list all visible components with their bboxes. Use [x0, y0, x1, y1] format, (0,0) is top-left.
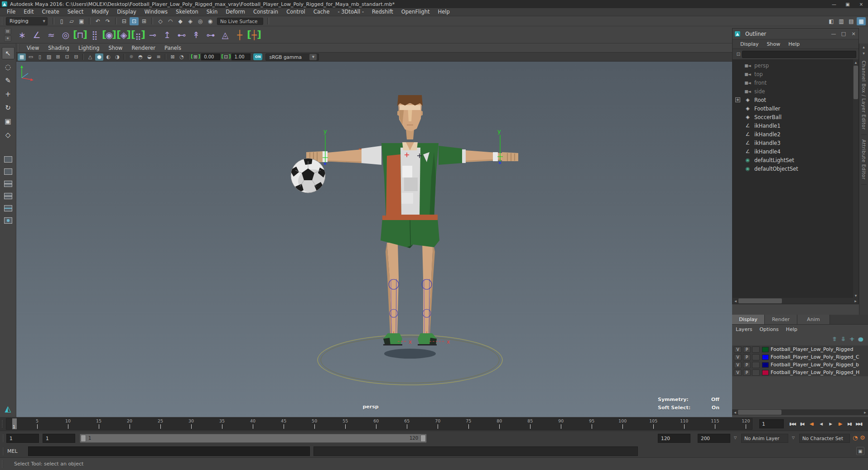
layer-editor-scrollbar[interactable]: ◀ ▶ — [732, 409, 868, 415]
undo-icon[interactable]: ↶ — [93, 17, 102, 25]
animation-end-field[interactable]: 200 — [698, 434, 730, 443]
panel-menu-grip[interactable] — [17, 44, 21, 52]
scroll-down-icon[interactable]: ▼ — [853, 293, 858, 298]
skeleton-options-icon[interactable]: ⣿ — [88, 28, 101, 42]
use-default-material-icon[interactable]: ◑ — [113, 53, 121, 61]
select-by-component-icon[interactable]: ⊞ — [140, 17, 149, 25]
range-end-handle[interactable] — [420, 435, 426, 442]
redo-icon[interactable]: ↷ — [103, 17, 112, 25]
create-empty-layer-icon[interactable]: + — [850, 336, 854, 342]
humanik-icon[interactable]: ⊓ — [73, 28, 87, 42]
anim-layer-field[interactable]: No Anim Layer — [741, 434, 788, 443]
menu-item-select[interactable]: Select — [63, 8, 87, 16]
layer-tab-display[interactable]: Display — [732, 315, 765, 324]
playback-start-field[interactable]: 1 — [43, 434, 75, 443]
scroll-right-icon[interactable]: ▶ — [853, 298, 858, 304]
soccer-ball[interactable] — [290, 158, 327, 193]
show-modeling-toolkit-icon[interactable]: ◧ — [827, 17, 836, 25]
outliner-item-ikhandle4[interactable]: ∠ikHandle4 — [733, 147, 858, 156]
point-constraint-icon[interactable]: ↥ — [160, 28, 174, 42]
character-set-field[interactable]: No Character Set — [799, 434, 850, 443]
outliner-horizontal-scrollbar[interactable]: ◀ ▶ — [733, 298, 858, 304]
character-set-dropdown-icon[interactable]: ▽ — [792, 436, 795, 440]
motion-blur-icon[interactable]: ≡ — [154, 53, 163, 61]
menu-item-modify[interactable]: Modify — [87, 8, 113, 16]
layer-menu-layers[interactable]: Layers — [736, 326, 757, 332]
locator-handle-icon[interactable]: ┼ — [247, 28, 261, 42]
outliner-item-ikhandle1[interactable]: ∠ikHandle1 — [733, 121, 858, 130]
circle-control-icon[interactable]: ◉ — [102, 28, 116, 42]
menu-item-file[interactable]: File — [3, 8, 19, 16]
outliner-maximize-button[interactable]: □ — [839, 29, 849, 39]
step-forward-key-button[interactable]: ▶▮ — [845, 419, 854, 428]
panel-menu-panels[interactable]: Panels — [160, 45, 186, 51]
menu-item-cache[interactable]: Cache — [309, 8, 334, 16]
snap-to-curve-icon[interactable]: ◠ — [166, 17, 175, 25]
menu-item-openflight[interactable]: OpenFlight — [397, 8, 434, 16]
snap-to-point-icon[interactable]: ◆ — [176, 17, 185, 25]
play-backwards-button[interactable]: ◀ — [816, 419, 825, 428]
select-by-hierarchy-icon[interactable]: ⊟ — [120, 17, 129, 25]
menu-item-control[interactable]: Control — [282, 8, 309, 16]
outliner-item-defaultobjectset[interactable]: ◉defaultObjectSet — [733, 164, 858, 173]
animation-start-field[interactable]: 1 — [6, 434, 39, 443]
script-editor-icon[interactable]: ▣ — [856, 447, 864, 455]
field-chart-icon[interactable]: ⊞ — [54, 53, 62, 61]
outliner-item-root[interactable]: +◈Root — [733, 96, 858, 104]
save-scene-icon[interactable]: ▣ — [77, 17, 86, 25]
layer-playback-toggle[interactable]: P — [743, 369, 751, 376]
strip-scroll-down-icon[interactable]: ▼ — [860, 50, 868, 56]
menu-item-skeleton[interactable]: Skeleton — [172, 8, 203, 16]
layout-two-panes-stacked-button[interactable] — [2, 178, 14, 189]
panel-menu-renderer[interactable]: Renderer — [127, 45, 160, 51]
menu-item-edit[interactable]: Edit — [19, 8, 38, 16]
outliner-menu-help[interactable]: Help — [784, 41, 804, 47]
layer-display-type-toggle[interactable] — [752, 346, 760, 353]
panel-menu-show[interactable]: Show — [104, 45, 127, 51]
scroll-right-icon[interactable]: ▶ — [862, 409, 868, 415]
menu-item-skin[interactable]: Skin — [203, 8, 222, 16]
command-input[interactable] — [28, 446, 310, 456]
menu-item-help[interactable]: Help — [434, 8, 454, 16]
menu-item-3dtoall[interactable]: - 3DtoAll - — [333, 8, 368, 16]
layer-display-type-toggle[interactable] — [752, 354, 760, 360]
shelf-menu-button[interactable]: ∗ — [4, 35, 11, 42]
time-slider-grip[interactable] — [1, 420, 5, 427]
scrollbar-thumb[interactable] — [738, 298, 782, 303]
outliner-item-defaultlightset[interactable]: ◉defaultLightSet — [733, 156, 858, 164]
select-tool-icon[interactable]: ↖ — [2, 47, 14, 59]
locator-icon[interactable]: ┼ — [233, 28, 246, 42]
layer-tab-anim[interactable]: Anim — [797, 315, 830, 324]
open-scene-icon[interactable]: ▱ — [67, 17, 76, 25]
layout-outliner-persp-button[interactable] — [2, 215, 14, 226]
minimize-button[interactable]: — — [827, 0, 841, 8]
scroll-up-icon[interactable]: ▲ — [853, 59, 858, 65]
snap-to-grid-icon[interactable]: ◇ — [156, 17, 165, 25]
attribute-editor-tab[interactable]: Attribute Editor — [861, 135, 867, 185]
range-slider-track[interactable]: 1 120 — [80, 434, 427, 443]
layer-playback-toggle[interactable]: P — [743, 346, 751, 353]
outliner-close-button[interactable]: × — [849, 29, 858, 39]
layer-visibility-toggle[interactable]: V — [734, 346, 742, 353]
layer-tab-render[interactable]: Render — [765, 315, 797, 324]
color-transform-dropdown[interactable]: sRGB gamma ▼ — [265, 53, 319, 61]
shelf-tab-selector-button[interactable]: ▤ — [4, 28, 11, 34]
shaded-mode-icon[interactable]: ● — [95, 53, 103, 61]
quick-rig-tool-icon[interactable]: ◎ — [59, 28, 72, 42]
command-language-label[interactable]: MEL — [7, 445, 18, 457]
textured-mode-icon[interactable]: ◐ — [104, 53, 112, 61]
isolate-select-icon[interactable]: ⊠ — [169, 53, 177, 61]
safe-title-icon[interactable]: ⊟ — [72, 53, 80, 61]
menu-item-create[interactable]: Create — [38, 8, 63, 16]
gate-mask-icon[interactable]: ▨ — [45, 53, 53, 61]
rotate-tool-icon[interactable]: ↻ — [2, 101, 14, 114]
color-management-toggle[interactable]: ON — [253, 53, 262, 60]
scale-tool-icon[interactable]: ▣ — [2, 115, 14, 127]
exposure-field[interactable]: 0.00 — [201, 53, 220, 60]
panel-menu-shading[interactable]: Shading — [43, 45, 74, 51]
step-forward-frame-button[interactable]: ▮▶ — [835, 419, 844, 428]
menu-item-display[interactable]: Display — [113, 8, 140, 16]
menu-item-constrain[interactable]: Constrain — [249, 8, 282, 16]
outliner-menu-display[interactable]: Display — [736, 41, 763, 47]
joint-tool-icon[interactable]: ∗ — [15, 28, 29, 42]
